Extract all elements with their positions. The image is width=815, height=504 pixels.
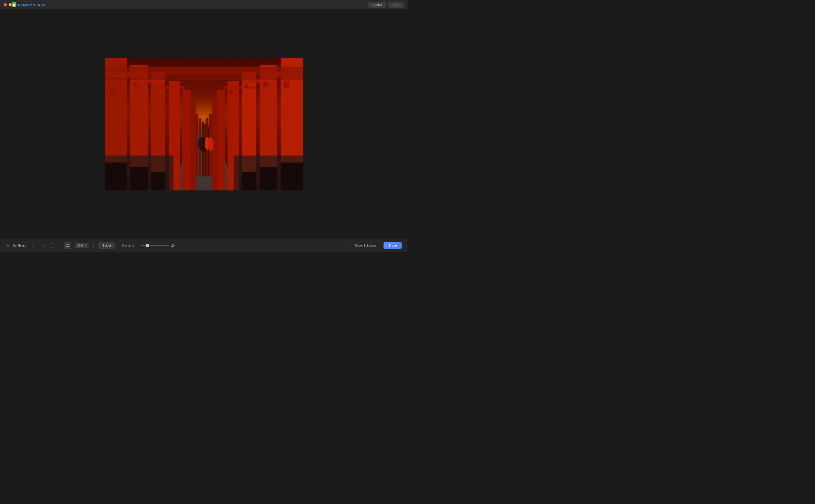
app-name-luminar: LUMINAR — [18, 3, 35, 7]
tool-name-label: GenErase — [13, 244, 26, 247]
select-button[interactable]: Select — [98, 242, 115, 249]
deselect-button[interactable]: Deselect — [119, 242, 137, 249]
titlebar: ⬟ LUMINAR NEO Cancel Save — [0, 0, 407, 9]
app-logo: ⬟ LUMINAR NEO — [12, 2, 46, 7]
brush-size-value: 20 — [171, 244, 176, 247]
info-button[interactable]: i — [50, 243, 54, 248]
image-canvas[interactable]: 宮崎市恒久志田美幸 東京都大田区池田一七七一号 平成十八年八月吉日建之 平成二十… — [105, 58, 303, 190]
torii-svg: 宮崎市恒久志田美幸 東京都大田区池田一七七一号 平成十八年八月吉日建之 平成二十… — [105, 58, 303, 190]
toolbar: GenErase ↩ ↪ i 30% ▼ Select Deselect 20 … — [0, 239, 407, 252]
generase-icon — [6, 243, 11, 248]
brush-size-slider[interactable] — [141, 245, 169, 246]
app-logo-icon: ⬟ — [12, 2, 16, 7]
minimize-button[interactable] — [9, 3, 12, 6]
zoom-selector[interactable]: 30% ▼ — [75, 243, 89, 248]
svg-rect-55 — [105, 58, 303, 190]
redo-button[interactable]: ↪ — [40, 243, 46, 249]
app-name-neo: NEO — [38, 3, 46, 7]
reset-selection-button[interactable]: Reset Selection — [351, 242, 380, 249]
main-content: 宮崎市恒久志田美幸 東京都大田区池田一七七一号 平成十八年八月吉日建之 平成二十… — [0, 9, 407, 239]
app-title: LUMINAR NEO — [18, 3, 46, 7]
close-button[interactable] — [4, 3, 7, 6]
svg-point-57 — [67, 245, 68, 246]
zoom-chevron-icon: ▼ — [84, 244, 87, 247]
brush-size-section: 20 — [141, 244, 341, 247]
svg-point-56 — [7, 245, 9, 246]
photo-display: 宮崎市恒久志田美幸 東京都大田区池田一七七一号 平成十八年八月吉日建之 平成二十… — [105, 58, 303, 190]
titlebar-buttons: Cancel Save — [368, 2, 404, 8]
erase-button[interactable]: Erase — [384, 242, 402, 249]
preview-button[interactable] — [64, 242, 71, 249]
cancel-button[interactable]: Cancel — [368, 2, 386, 8]
tool-section: GenErase — [6, 243, 26, 248]
undo-button[interactable]: ↩ — [30, 243, 36, 249]
save-button[interactable]: Save — [388, 2, 404, 8]
zoom-value: 30% — [77, 244, 83, 247]
divider-2 — [93, 242, 94, 249]
